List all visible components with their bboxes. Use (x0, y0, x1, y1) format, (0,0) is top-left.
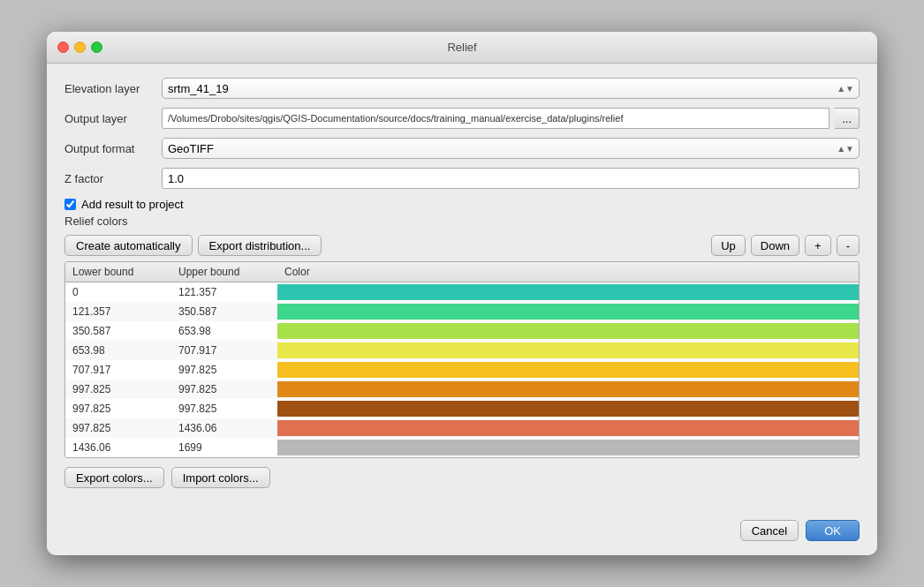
cell-lower-bound: 350.587 (65, 321, 171, 341)
bottom-toolbar: Export colors... Import colors... (64, 467, 860, 488)
table-row[interactable]: 350.587653.98 (65, 321, 859, 341)
cell-upper-bound: 707.917 (171, 341, 277, 360)
table-header: Lower bound Upper bound Color (65, 262, 859, 282)
elevation-label: Elevation layer (64, 82, 162, 95)
elevation-select[interactable]: srtm_41_19 (162, 78, 860, 99)
z-factor-input[interactable] (162, 168, 860, 189)
minimize-button[interactable] (74, 41, 86, 53)
cell-upper-bound: 350.587 (171, 302, 277, 321)
table-row[interactable]: 997.825997.825 (65, 399, 859, 418)
table-body: 0121.357121.357350.587350.587653.98653.9… (65, 282, 859, 457)
output-format-select-wrapper: GeoTIFF ▲▼ (162, 138, 860, 159)
cell-color (277, 321, 859, 341)
table-row[interactable]: 997.825997.825 (65, 380, 859, 399)
export-dist-button[interactable]: Export distribution... (198, 235, 322, 256)
import-colors-button[interactable]: Import colors... (171, 467, 270, 488)
relief-colors-table: Lower bound Upper bound Color 0121.35712… (64, 261, 860, 458)
down-button[interactable]: Down (751, 235, 799, 256)
cell-lower-bound: 653.98 (65, 341, 171, 360)
cell-color (277, 418, 859, 438)
cell-color (277, 341, 859, 360)
close-button[interactable] (57, 41, 69, 53)
table-row[interactable]: 121.357350.587 (65, 302, 859, 321)
elevation-select-wrapper: srtm_41_19 ▲▼ (162, 78, 860, 99)
output-format-label: Output format (64, 142, 162, 155)
output-layer-input[interactable] (162, 108, 829, 129)
cell-lower-bound: 997.825 (65, 399, 171, 418)
relief-colors-section-label: Relief colors (64, 214, 860, 228)
z-factor-control (162, 168, 860, 189)
output-layer-label: Output layer (64, 112, 162, 125)
create-auto-button[interactable]: Create automatically (64, 235, 193, 256)
cell-upper-bound: 997.825 (171, 399, 277, 418)
titlebar: Relief (47, 32, 877, 64)
table-row[interactable]: 653.98707.917 (65, 341, 859, 360)
cell-color (277, 302, 859, 321)
table-row[interactable]: 997.8251436.06 (65, 418, 859, 438)
elevation-row: Elevation layer srtm_41_19 ▲▼ (64, 78, 860, 99)
add-result-label: Add result to project (81, 198, 184, 211)
col-lower-bound: Lower bound (65, 266, 171, 278)
table-row[interactable]: 707.917997.825 (65, 360, 859, 380)
cell-lower-bound: 121.357 (65, 302, 171, 321)
cell-lower-bound: 997.825 (65, 380, 171, 399)
cell-color (277, 438, 859, 457)
output-layer-control: ... (162, 108, 860, 129)
cell-upper-bound: 653.98 (171, 321, 277, 341)
cell-color (277, 399, 859, 418)
dialog-content: Elevation layer srtm_41_19 ▲▼ Output lay… (47, 64, 877, 511)
output-format-control: GeoTIFF ▲▼ (162, 138, 860, 159)
cell-upper-bound: 1699 (171, 438, 277, 457)
output-format-row: Output format GeoTIFF ▲▼ (64, 138, 860, 159)
elevation-control: srtm_41_19 ▲▼ (162, 78, 860, 99)
table-row[interactable]: 0121.357 (65, 282, 859, 302)
cell-upper-bound: 997.825 (171, 360, 277, 380)
traffic-lights (57, 41, 102, 53)
table-row[interactable]: 1436.061699 (65, 438, 859, 457)
relief-toolbar: Create automatically Export distribution… (64, 235, 860, 256)
output-layer-row: Output layer ... (64, 108, 860, 129)
browse-button[interactable]: ... (835, 108, 860, 129)
dialog-footer: Cancel OK (47, 511, 877, 555)
cell-upper-bound: 121.357 (171, 282, 277, 302)
z-factor-row: Z factor (64, 168, 860, 189)
col-color: Color (277, 266, 859, 278)
output-format-select[interactable]: GeoTIFF (162, 138, 860, 159)
cell-color (277, 380, 859, 399)
cell-upper-bound: 1436.06 (171, 418, 277, 438)
add-result-row: Add result to project (64, 198, 860, 211)
add-button[interactable]: + (805, 235, 831, 256)
cell-lower-bound: 707.917 (65, 360, 171, 380)
cell-color (277, 282, 859, 302)
cell-upper-bound: 997.825 (171, 380, 277, 399)
export-colors-button[interactable]: Export colors... (64, 467, 164, 488)
remove-button[interactable]: - (837, 235, 860, 256)
z-factor-label: Z factor (64, 172, 162, 185)
dialog-title: Relief (447, 41, 476, 54)
maximize-button[interactable] (91, 41, 102, 53)
cell-lower-bound: 1436.06 (65, 438, 171, 457)
cell-lower-bound: 0 (65, 282, 171, 302)
cell-lower-bound: 997.825 (65, 418, 171, 438)
relief-dialog: Relief Elevation layer srtm_41_19 ▲▼ Out… (47, 32, 877, 555)
cancel-button[interactable]: Cancel (740, 520, 799, 541)
up-button[interactable]: Up (711, 235, 746, 256)
ok-button[interactable]: OK (806, 520, 860, 541)
add-result-checkbox[interactable] (64, 199, 76, 210)
col-upper-bound: Upper bound (171, 266, 277, 278)
cell-color (277, 360, 859, 380)
